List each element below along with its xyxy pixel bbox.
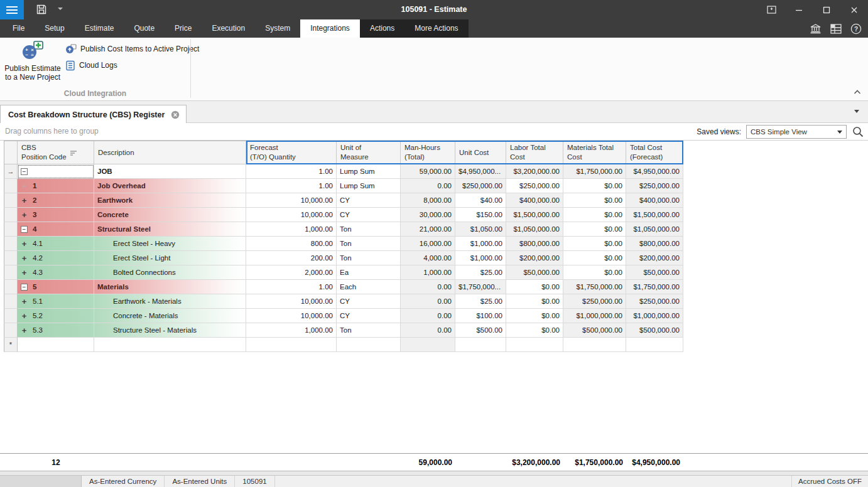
cell-man-hours[interactable]: 21,000.00 <box>401 222 455 237</box>
close-button[interactable] <box>840 0 868 19</box>
menu-tab-quote[interactable]: Quote <box>124 19 165 38</box>
cell-labor-total[interactable]: $800,000.00 <box>506 237 563 251</box>
cell-position-code[interactable]: −5 <box>18 280 94 294</box>
cell-labor-total[interactable]: $250,000.00 <box>506 179 563 193</box>
header-man-hours[interactable]: Man-Hours (Total) <box>401 141 455 164</box>
tab-close-icon[interactable] <box>171 110 180 119</box>
cell-unit-cost[interactable]: $40.00 <box>455 193 506 208</box>
cell-description[interactable]: Structure Steel - Materials <box>94 323 246 338</box>
menu-tab-setup[interactable]: Setup <box>35 19 74 38</box>
menu-tab-integrations[interactable]: Integrations <box>300 19 360 38</box>
expand-icon[interactable]: + <box>21 269 28 276</box>
header-unit-of-measure[interactable]: Unit of Measure <box>337 141 401 164</box>
new-row-marker[interactable]: * <box>4 338 18 352</box>
cell-forecast-quantity[interactable] <box>246 338 337 352</box>
row-selector[interactable] <box>4 280 18 294</box>
cbs-row-5.1[interactable]: +5.1Earthwork - Materials10,000.00CY0.00… <box>4 294 683 309</box>
cell-unit-cost[interactable]: $1,050.00 <box>455 222 506 237</box>
row-selector[interactable] <box>4 323 18 338</box>
cell-forecast-quantity[interactable]: 1.00 <box>246 179 337 193</box>
cell-man-hours[interactable]: 30,000.00 <box>401 208 455 222</box>
expand-icon[interactable]: + <box>21 327 28 334</box>
expand-icon[interactable]: + <box>21 197 28 204</box>
cell-materials-total[interactable]: $1,750,000.00 <box>563 280 626 294</box>
cell-position-code[interactable]: +2 <box>18 193 94 208</box>
cell-unit-of-measure[interactable]: CY <box>337 309 401 323</box>
tab-cbs-register[interactable]: Cost Breakdown Structure (CBS) Register <box>0 105 187 124</box>
cbs-row-4.3[interactable]: +4.3Bolted Connections2,000.00Ea1,000.00… <box>4 265 683 280</box>
cbs-row-1[interactable]: +1Job Overhead1.00Lump Sum0.00$250,000.0… <box>4 179 683 193</box>
cell-position-code[interactable]: +4.1 <box>18 237 94 251</box>
cloud-logs-button[interactable]: Cloud Logs <box>65 59 117 72</box>
cell-description[interactable]: Structural Steel <box>94 222 246 237</box>
cell-materials-total[interactable] <box>563 338 626 352</box>
expand-icon[interactable]: + <box>21 313 28 319</box>
expand-icon[interactable]: + <box>21 240 28 247</box>
cbs-row-5[interactable]: −5Materials1.00Each0.00$1,750,000...$0.0… <box>4 280 683 294</box>
cell-description[interactable]: Earthwork - Materials <box>94 294 246 309</box>
cell-total-cost[interactable]: $250,000.00 <box>626 179 683 193</box>
cell-forecast-quantity[interactable]: 1.00 <box>246 280 337 294</box>
menu-tab-execution[interactable]: Execution <box>202 19 255 38</box>
maximize-button[interactable] <box>813 0 840 19</box>
tab-list-dropdown-icon[interactable] <box>854 110 859 113</box>
expand-icon[interactable]: + <box>21 255 28 262</box>
cell-unit-of-measure[interactable]: Lump Sum <box>337 164 401 179</box>
cell-forecast-quantity[interactable]: 1,000.00 <box>246 323 337 338</box>
cell-total-cost[interactable]: $50,000.00 <box>626 265 683 280</box>
cell-materials-total[interactable]: $500,000.00 <box>563 323 626 338</box>
app-menu-button[interactable] <box>0 0 24 19</box>
header-description[interactable]: Description <box>94 141 246 164</box>
cell-man-hours[interactable]: 16,000.00 <box>401 237 455 251</box>
collapse-icon[interactable]: − <box>21 226 28 233</box>
active-row-arrow[interactable]: → <box>4 164 18 179</box>
qat-dropdown-icon[interactable] <box>58 8 63 10</box>
menu-tab-price[interactable]: Price <box>165 19 202 38</box>
header-unit-cost[interactable]: Unit Cost <box>455 141 506 164</box>
header-labor-total-cost[interactable]: Labor Total Cost <box>506 141 563 164</box>
cell-labor-total[interactable]: $200,000.00 <box>506 251 563 265</box>
help-icon[interactable]: ? <box>850 23 862 35</box>
cell-unit-cost[interactable]: $1,750,000... <box>455 280 506 294</box>
row-selector[interactable] <box>4 251 18 265</box>
cell-man-hours[interactable]: 0.00 <box>401 294 455 309</box>
cell-unit-of-measure[interactable]: Ea <box>337 265 401 280</box>
header-total-cost-forecast[interactable]: Total Cost (Forecast) <box>626 141 683 164</box>
cell-description[interactable]: Concrete <box>94 208 246 222</box>
cell-unit-cost[interactable]: $1,000.00 <box>455 237 506 251</box>
row-selector[interactable] <box>4 222 18 237</box>
cell-materials-total[interactable]: $0.00 <box>563 265 626 280</box>
cell-unit-cost[interactable]: $25.00 <box>455 294 506 309</box>
cell-unit-of-measure[interactable]: Ton <box>337 222 401 237</box>
minimize-button[interactable] <box>785 0 813 19</box>
cell-total-cost[interactable]: $250,000.00 <box>626 294 683 309</box>
cell-unit-of-measure[interactable]: Lump Sum <box>337 179 401 193</box>
cbs-row-4.2[interactable]: +4.2Erect Steel - Light200.00Ton4,000.00… <box>4 251 683 265</box>
row-selector[interactable] <box>4 265 18 280</box>
cell-unit-cost[interactable]: $4,950,000... <box>455 164 506 179</box>
cell-labor-total[interactable]: $1,050,000.00 <box>506 222 563 237</box>
cell-description[interactable]: Concrete - Materials <box>94 309 246 323</box>
cbs-row-new-row[interactable]: * <box>4 338 683 352</box>
cell-total-cost[interactable]: $1,500,000.00 <box>626 208 683 222</box>
cell-unit-of-measure[interactable]: CY <box>337 208 401 222</box>
cell-unit-cost[interactable]: $500.00 <box>455 323 506 338</box>
cell-man-hours[interactable]: 0.00 <box>401 309 455 323</box>
cell-materials-total[interactable]: $0.00 <box>563 193 626 208</box>
cbs-row-4.1[interactable]: +4.1Erect Steel - Heavy800.00Ton16,000.0… <box>4 237 683 251</box>
row-selector[interactable] <box>4 294 18 309</box>
cell-description[interactable]: Erect Steel - Heavy <box>94 237 246 251</box>
header-cbs-position-code[interactable]: CBS Position Code <box>18 141 94 164</box>
row-selector[interactable] <box>4 179 18 193</box>
cell-forecast-quantity[interactable]: 10,000.00 <box>246 193 337 208</box>
cell-position-code[interactable]: +1 <box>18 179 94 193</box>
cell-man-hours[interactable] <box>401 338 455 352</box>
cell-unit-of-measure[interactable]: Ton <box>337 237 401 251</box>
cell-materials-total[interactable]: $0.00 <box>563 251 626 265</box>
cbs-row-2[interactable]: +2Earthwork10,000.00CY8,000.00$40.00$400… <box>4 193 683 208</box>
cbs-row-3[interactable]: +3Concrete10,000.00CY30,000.00$150.00$1,… <box>4 208 683 222</box>
cell-man-hours[interactable]: 8,000.00 <box>401 193 455 208</box>
cell-labor-total[interactable]: $1,500,000.00 <box>506 208 563 222</box>
menu-tab-more-actions[interactable]: More Actions <box>404 19 468 38</box>
publish-cost-items-button[interactable]: Publish Cost Items to Active Project <box>65 43 199 55</box>
